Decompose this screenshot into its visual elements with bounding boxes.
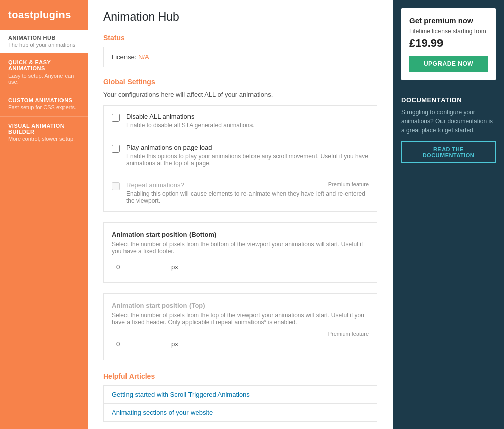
checkbox-row-disable-all: Disable ALL animations Enable to disable…	[104, 106, 377, 136]
license-row: License: N/A	[112, 53, 369, 61]
animation-bottom-input[interactable]	[112, 260, 167, 274]
checkbox-desc-play-on-load: Enable this options to play your animati…	[126, 153, 369, 167]
sidebar-item-sub: Fast setup for CSS experts.	[8, 104, 80, 110]
status-box: License: N/A	[103, 47, 377, 67]
sidebar-item-animation-hub[interactable]: ANIMATION HUB The hub of your animations	[0, 30, 88, 53]
premium-card-subtitle: Lifetime license starting from	[409, 28, 488, 35]
articles-box: Getting started with Scroll Triggered An…	[103, 385, 377, 422]
animation-top-premium-badge: Premium feature	[328, 331, 369, 337]
animation-bottom-desc: Select the number of pixels from the bot…	[112, 241, 369, 255]
helpful-articles-section: Helpful Articles Getting started with Sc…	[103, 372, 377, 422]
animation-bottom-block: Animation start position (Bottom) Select…	[103, 222, 377, 283]
helpful-articles-title: Helpful Articles	[103, 372, 377, 380]
checkbox-label-play-on-load: Play animations on page load	[126, 144, 369, 151]
sidebar-item-title: QUICK & EASY ANIMATIONS	[8, 59, 80, 72]
sidebar-item-title: VISUAL ANIMATION BUILDER	[8, 123, 80, 135]
article-item-1[interactable]: Animating sections of your website	[104, 404, 377, 421]
repeat-premium-badge: Premium feature	[328, 181, 369, 187]
checkbox-desc-disable-all: Enable to disable all STA generated anim…	[126, 122, 255, 129]
license-label: License:	[112, 53, 136, 61]
main-content: Animation Hub Status License: N/A Global…	[88, 0, 393, 429]
checkbox-desc-repeat: Enabling this option will cause elements…	[126, 190, 369, 204]
global-settings-title: Global Settings	[103, 78, 377, 86]
sidebar: toastplugins ANIMATION HUB The hub of yo…	[0, 0, 88, 429]
checkbox-repeat[interactable]	[112, 182, 120, 190]
sidebar-item-sub: More control, slower setup.	[8, 136, 80, 142]
checkbox-label-disable-all: Disable ALL animations	[126, 113, 255, 120]
docs-section: DOCUMENTATION Struggling to configure yo…	[393, 88, 504, 171]
premium-price: £19.99	[409, 37, 488, 50]
animation-top-unit: px	[171, 340, 178, 348]
article-item-0[interactable]: Getting started with Scroll Triggered An…	[104, 386, 377, 404]
animation-top-title: Animation start position (Top)	[112, 302, 369, 309]
docs-title: DOCUMENTATION	[401, 96, 496, 104]
animation-bottom-unit: px	[171, 263, 178, 271]
checkbox-row-repeat: Repeat animations? Premium feature Enabl…	[104, 174, 377, 211]
read-documentation-button[interactable]: READ THE DOCUMENTATION	[401, 141, 496, 163]
sidebar-logo: toastplugins	[0, 0, 88, 30]
sidebar-item-visual-builder[interactable]: VISUAL ANIMATION BUILDER More control, s…	[0, 116, 88, 148]
global-settings-checkboxes: Disable ALL animations Enable to disable…	[103, 105, 377, 212]
docs-desc: Struggling to configure your animations?…	[401, 108, 496, 135]
sidebar-item-quick-easy[interactable]: QUICK & EASY ANIMATIONS Easy to setup. A…	[0, 53, 88, 91]
premium-card: Get premium now Lifetime license startin…	[401, 8, 496, 80]
right-panel: Get premium now Lifetime license startin…	[393, 0, 504, 429]
upgrade-now-button[interactable]: UPGRADE NOW	[409, 56, 488, 72]
license-value: N/A	[138, 53, 149, 61]
checkbox-row-play-on-load: Play animations on page load Enable this…	[104, 136, 377, 174]
animation-top-input[interactable]	[112, 337, 167, 351]
checkbox-play-on-load[interactable]	[112, 145, 120, 153]
animation-top-desc: Select the number of pixels from the top…	[112, 312, 369, 326]
page-title: Animation Hub	[103, 10, 377, 24]
sidebar-item-sub: Easy to setup. Anyone can use.	[8, 73, 80, 85]
sidebar-item-custom[interactable]: CUSTOM ANIMATIONS Fast setup for CSS exp…	[0, 91, 88, 116]
sidebar-item-title: ANIMATION HUB	[8, 35, 80, 41]
global-settings-desc: Your configurations here will affect ALL…	[103, 91, 377, 98]
checkbox-disable-all[interactable]	[112, 114, 120, 122]
status-section-title: Status	[103, 34, 377, 42]
animation-top-block: Animation start position (Top) Select th…	[103, 293, 377, 360]
sidebar-item-sub: The hub of your animations	[8, 42, 80, 48]
checkbox-label-repeat: Repeat animations?	[126, 181, 184, 189]
premium-card-title: Get premium now	[409, 16, 488, 25]
sidebar-item-title: CUSTOM ANIMATIONS	[8, 97, 80, 103]
animation-bottom-title: Animation start position (Bottom)	[112, 231, 369, 238]
